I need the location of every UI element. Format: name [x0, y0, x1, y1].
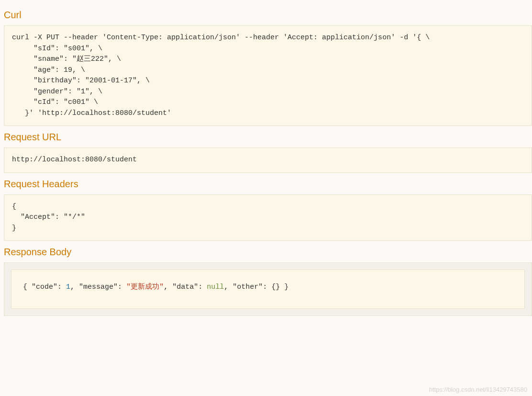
response-body-code-block[interactable]: { "code": 1, "message": "更新成功", "data": …: [11, 270, 525, 309]
json-val-message: "更新成功": [126, 283, 164, 291]
json-key-code: "code": [32, 283, 57, 291]
request-url-code-block[interactable]: http://localhost:8080/student: [4, 147, 532, 173]
curl-section-title: Curl: [4, 10, 532, 21]
watermark-text: https://blog.csdn.net/li13429743580: [429, 386, 527, 393]
json-val-code: 1: [66, 283, 70, 291]
json-key-other: "other": [233, 283, 263, 291]
json-brace-close: }: [284, 283, 288, 291]
json-brace-open: {: [23, 283, 27, 291]
json-key-data: "data": [172, 283, 198, 291]
curl-code-block[interactable]: curl -X PUT --header 'Content-Type: appl…: [4, 25, 532, 126]
json-val-data: null: [207, 283, 224, 291]
request-url-section-title: Request URL: [4, 132, 532, 143]
request-headers-section-title: Request Headers: [4, 179, 532, 190]
json-val-other: {}: [271, 283, 280, 291]
response-body-section-title: Response Body: [4, 247, 532, 258]
response-body-outer: { "code": 1, "message": "更新成功", "data": …: [4, 262, 532, 316]
request-headers-code-block[interactable]: { "Accept": "*/*" }: [4, 194, 532, 241]
json-key-message: "message": [79, 283, 118, 291]
